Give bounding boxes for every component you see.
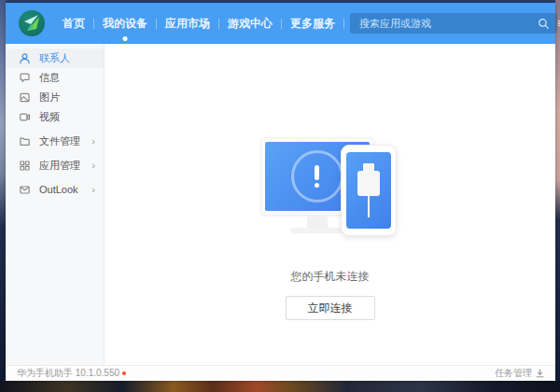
nav-game-center[interactable]: 游戏中心 [219, 3, 281, 44]
hisuite-window: 首页 我的设备 应用市场 游戏中心 更多服务 ≡ — □ ✕ [6, 3, 555, 381]
task-manager-button[interactable]: 任务管理 [495, 367, 544, 380]
chevron-right-icon: › [91, 185, 95, 195]
phone-graphic [341, 145, 397, 236]
sidebar-item-outlook[interactable]: OutLook › [6, 179, 104, 200]
hisuite-logo [19, 10, 45, 36]
nav-my-devices[interactable]: 我的设备 [94, 3, 156, 44]
main-nav: 首页 我的设备 应用市场 游戏中心 更多服务 [54, 3, 344, 44]
statusbar: 华为手机助手 10.1.0.550 任务管理 [6, 365, 555, 381]
videos-icon [19, 111, 31, 123]
sidebar-item-pictures[interactable]: 图片 [6, 88, 104, 107]
titlebar: 首页 我的设备 应用市场 游戏中心 更多服务 ≡ — □ ✕ [6, 3, 555, 44]
desktop-edge-right [555, 0, 560, 392]
sidebar-item-file-management[interactable]: 文件管理 › [6, 131, 104, 151]
search-box[interactable] [350, 13, 557, 34]
download-icon [536, 369, 544, 378]
app-version-text: 华为手机助手 10.1.0.550 [17, 367, 119, 380]
disconnected-illustration [260, 135, 400, 252]
nav-app-market[interactable]: 应用市场 [157, 3, 218, 44]
sidebar-item-videos[interactable]: 视频 [6, 107, 104, 127]
task-manager-label: 任务管理 [495, 367, 532, 380]
nav-divider [343, 19, 344, 29]
usb-connector-icon [357, 163, 380, 217]
chevron-right-icon: › [91, 136, 95, 147]
search-input[interactable] [357, 17, 538, 30]
search-icon [538, 18, 550, 30]
messages-icon [19, 72, 31, 84]
device-not-connected-panel: 您的手机未连接 立即连接 [105, 44, 555, 365]
chevron-right-icon: › [91, 161, 95, 171]
exclamation-icon [291, 150, 343, 203]
sidebar-item-messages[interactable]: 信息 [6, 68, 104, 88]
nav-more-services[interactable]: 更多服务 [282, 3, 343, 44]
envelope-icon [19, 184, 31, 196]
window-body: 联系人 信息 图片 视频 [6, 44, 555, 365]
contacts-icon [19, 52, 31, 64]
folder-icon [19, 135, 31, 147]
pictures-icon [19, 91, 31, 104]
sidebar: 联系人 信息 图片 视频 [6, 44, 105, 365]
connect-now-button[interactable]: 立即连接 [286, 296, 375, 320]
sidebar-item-contacts[interactable]: 联系人 [6, 49, 104, 68]
connection-status-text: 您的手机未连接 [291, 269, 370, 285]
nav-home[interactable]: 首页 [54, 3, 93, 44]
sidebar-item-app-management[interactable]: 应用管理 › [6, 155, 104, 175]
desktop-taskbar-strip [0, 381, 560, 392]
update-notification-dot [122, 371, 126, 375]
apps-grid-icon [19, 160, 31, 172]
